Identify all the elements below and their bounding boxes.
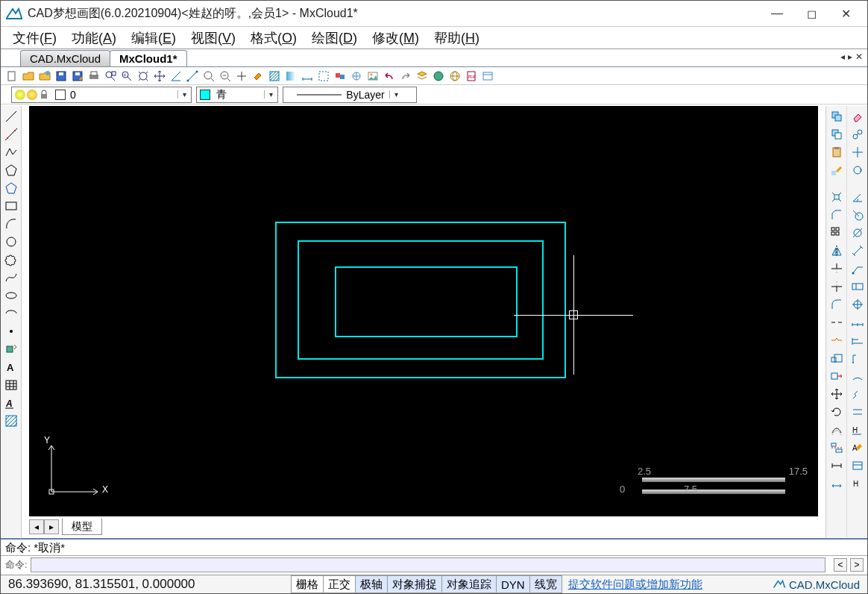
offset-tool-icon[interactable] [829,422,844,437]
erase-tool-icon[interactable] [850,109,865,124]
line-tool-icon[interactable] [4,109,19,124]
web-icon[interactable] [432,69,445,83]
mirror-tool-icon[interactable] [829,243,844,258]
spline-tool-icon[interactable] [4,270,19,285]
cmd-scroll-right-icon[interactable]: > [850,558,864,572]
leader-icon[interactable] [850,261,865,276]
open-cloud-icon[interactable] [38,69,51,83]
zoom-window-icon[interactable] [104,69,117,83]
zoom-extents-icon[interactable] [136,69,150,83]
explode-tool-icon[interactable] [829,190,844,204]
xline-tool-icon[interactable] [4,127,19,142]
pdf-icon[interactable]: PDF [465,69,478,83]
minimize-button[interactable]: — [760,3,794,24]
stretch-tool-icon[interactable] [829,369,844,384]
layer-icon[interactable] [415,69,429,83]
polyline-tool-icon[interactable] [4,145,19,160]
globe-icon[interactable] [448,69,462,83]
block-icon[interactable] [333,69,347,83]
dim-style-icon[interactable] [850,458,865,473]
dim-radius-icon[interactable] [850,207,865,222]
ellipse-arc-tool-icon[interactable] [4,306,19,321]
menu-edit[interactable]: 编辑(E) [124,28,183,49]
rotate-object-icon[interactable] [850,163,865,178]
center-mark-icon[interactable] [850,297,865,312]
hatch-icon[interactable] [268,69,281,83]
drawing-canvas[interactable]: Y X 2.5 17.5 0 7.5 [29,106,818,516]
dim-jogged-icon[interactable] [850,387,865,401]
polygon-filled-tool-icon[interactable] [4,181,19,196]
settings-icon[interactable] [481,69,494,83]
copy-tool-icon[interactable] [829,109,844,124]
close-button[interactable]: ✕ [828,3,863,24]
text-tool-icon[interactable]: A [4,396,19,410]
menu-format[interactable]: 格式(O) [243,28,304,49]
linetype-combobox[interactable]: ByLayer ▾ [283,87,417,103]
color-dropdown-icon[interactable]: ▾ [264,90,277,99]
new-file-icon[interactable] [5,69,19,83]
dim-diameter-icon[interactable] [850,225,865,240]
join-tool-icon[interactable] [829,333,844,348]
undo-icon[interactable] [383,69,396,83]
paint-icon[interactable] [251,69,265,83]
qdim-icon[interactable] [850,404,865,419]
gradient-icon[interactable] [284,69,298,83]
doc-tab-1[interactable]: CAD.MxCloud [20,50,110,66]
break-tool-icon[interactable] [829,315,844,330]
tab-scroll-right-icon[interactable]: ▸ [848,51,852,62]
select-window-icon[interactable] [317,69,330,83]
arc-tool-icon[interactable] [4,216,19,231]
revcloud-tool-icon[interactable] [4,252,19,267]
point-tool-icon[interactable] [4,324,19,339]
dim-aligned-icon[interactable] [850,243,865,258]
model-tab[interactable]: 模型 [62,519,102,535]
modeltab-right-icon[interactable]: ▸ [44,519,59,534]
menu-view[interactable]: 视图(V) [183,28,243,49]
feedback-link[interactable]: 提交软件问题或增加新功能 [568,578,702,592]
toggle-dyn[interactable]: DYN [496,575,530,593]
circle-tool-icon[interactable] [4,234,19,249]
open-file-icon[interactable] [22,69,35,83]
scale-tool-icon[interactable] [829,351,844,366]
dim-baseline-icon[interactable] [850,333,865,348]
toggle-ortho[interactable]: 正交 [323,575,356,593]
toggle-osnap[interactable]: 对象捕捉 [387,575,442,593]
layer-combobox[interactable]: 0 ▾ [11,87,192,103]
align-tool-icon[interactable] [829,440,844,455]
toggle-otrack[interactable]: 对象追踪 [441,575,497,593]
extend-tool-icon[interactable] [829,279,844,294]
dim-continue-icon[interactable] [850,315,865,330]
command-input[interactable] [31,557,825,572]
polygon-tool-icon[interactable] [4,163,19,178]
hatch-tool-icon[interactable] [4,413,19,428]
measure-angle-icon[interactable] [169,69,183,83]
toggle-grid[interactable]: 栅格 [291,575,324,593]
maximize-button[interactable]: ◻ [794,3,828,24]
table-tool-icon[interactable] [4,378,19,393]
modeltab-left-icon[interactable]: ◂ [29,519,44,534]
copy-object-tool-icon[interactable] [850,127,865,142]
menu-draw[interactable]: 绘图(D) [304,28,365,49]
doc-tab-2[interactable]: MxCloud1* [110,50,187,66]
ellipse-tool-icon[interactable] [4,288,19,303]
region-zoom-icon[interactable] [202,69,216,83]
dim-ordinate-icon[interactable] [850,351,865,366]
dim-linear-tool-icon[interactable] [829,476,844,491]
fillet-tool-icon[interactable] [829,297,844,312]
measure-distance-icon[interactable] [186,69,199,83]
dim-edit-icon[interactable]: H [850,422,865,437]
zoom-in-icon[interactable]: + [120,69,133,83]
trim-tool-icon[interactable] [829,261,844,276]
dim-arc-icon[interactable] [850,369,865,384]
dim-angular-icon[interactable] [850,190,865,204]
toggle-polar[interactable]: 极轴 [355,575,388,593]
zoom-realtime-icon[interactable] [218,69,232,83]
color-combobox[interactable]: 青 ▾ [196,87,278,103]
dim-text-edit-icon[interactable]: A [850,440,865,455]
tolerance-icon[interactable] [850,279,865,294]
insert-block-tool-icon[interactable] [4,342,19,357]
lengthen-tool-icon[interactable] [829,458,844,473]
linetype-dropdown-icon[interactable]: ▾ [389,90,403,99]
menu-file[interactable]: 文件(F) [5,28,64,49]
menu-function[interactable]: 功能(A) [64,28,124,49]
